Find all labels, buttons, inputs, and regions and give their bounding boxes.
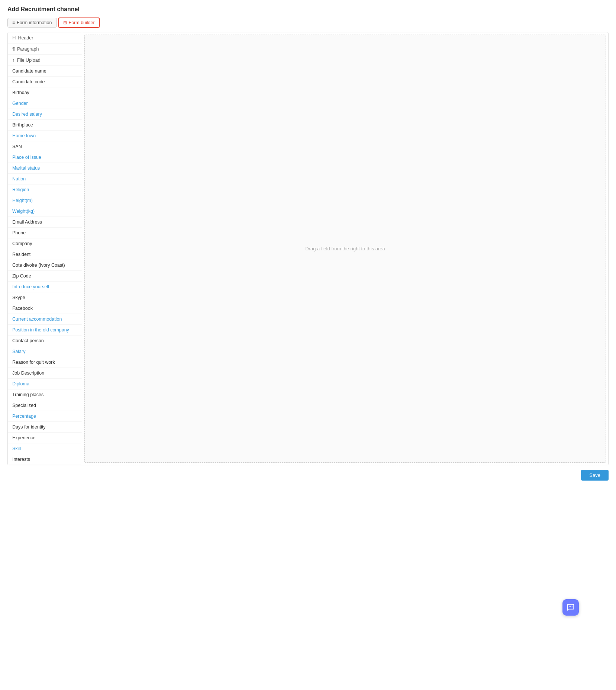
sidebar-item-days-for-identity[interactable]: Days for identity — [8, 422, 82, 433]
page-title: Add Recruitment channel — [7, 6, 609, 13]
salary-label: Salary — [12, 349, 25, 354]
sidebar-item-current-accommodation[interactable]: Current accommodation — [8, 314, 82, 325]
nation-label: Nation — [12, 176, 26, 182]
sidebar-item-phone[interactable]: Phone — [8, 228, 82, 238]
tab-form-information[interactable]: ≡ Form information — [7, 18, 57, 28]
sidebar-item-email-address[interactable]: Email Address — [8, 217, 82, 228]
position-old-company-label: Position in the old company — [12, 327, 69, 333]
training-places-label: Training places — [12, 392, 43, 397]
current-accommodation-label: Current accommodation — [12, 317, 62, 322]
gender-label: Gender — [12, 101, 28, 106]
sidebar-item-weight[interactable]: Weight(kg) — [8, 206, 82, 217]
skill-label: Skill — [12, 446, 21, 451]
email-address-label: Email Address — [12, 219, 42, 225]
desired-salary-label: Desired salary — [12, 112, 42, 117]
main-layout: H Header ¶ Paragraph ↑ File Upload Candi… — [7, 32, 609, 465]
weight-label: Weight(kg) — [12, 209, 35, 214]
sidebar-item-marital-status[interactable]: Marital status — [8, 163, 82, 174]
experience-label: Experience — [12, 435, 36, 440]
form-builder-icon: ⊞ — [63, 20, 67, 25]
drop-area[interactable]: Drag a field from the right to this area — [84, 35, 606, 463]
sidebar-item-introduce-yourself[interactable]: Introduce yourself — [8, 282, 82, 292]
sidebar-item-company[interactable]: Company — [8, 238, 82, 249]
sidebar-item-place-of-issue[interactable]: Place of issue — [8, 152, 82, 163]
candidate-code-label: Candidate code — [12, 79, 45, 84]
sidebar-item-san[interactable]: SAN — [8, 141, 82, 152]
specialized-label: Specialized — [12, 403, 36, 408]
diploma-label: Diploma — [12, 381, 29, 386]
facebook-label: Facebook — [12, 306, 33, 311]
percentage-label: Percentage — [12, 414, 36, 419]
sidebar-item-home-town[interactable]: Home town — [8, 131, 82, 141]
introduce-yourself-label: Introduce yourself — [12, 284, 49, 289]
sidebar-item-interests[interactable]: Interests — [8, 454, 82, 465]
sidebar-item-cote-divoire[interactable]: Cote divoire (Ivory Coast) — [8, 260, 82, 271]
sidebar-item-job-description[interactable]: Job Description — [8, 368, 82, 379]
sidebar-item-specialized[interactable]: Specialized — [8, 400, 82, 411]
tab-form-builder-label: Form builder — [69, 20, 95, 25]
zip-code-label: Zip Code — [12, 273, 31, 279]
chat-icon — [567, 603, 575, 612]
sidebar-item-birthday[interactable]: Birthday — [8, 87, 82, 98]
sidebar-item-desired-salary[interactable]: Desired salary — [8, 109, 82, 120]
sidebar-item-experience[interactable]: Experience — [8, 433, 82, 443]
sidebar-header-label: Header — [18, 35, 33, 41]
sidebar: H Header ¶ Paragraph ↑ File Upload Candi… — [8, 32, 82, 465]
company-label: Company — [12, 241, 32, 246]
sidebar-item-diploma[interactable]: Diploma — [8, 379, 82, 389]
paragraph-icon: ¶ — [12, 46, 15, 52]
marital-status-label: Marital status — [12, 166, 40, 171]
days-for-identity-label: Days for identity — [12, 424, 46, 430]
sidebar-item-reason-quit-work[interactable]: Reason for quit work — [8, 357, 82, 368]
sidebar-item-position-old-company[interactable]: Position in the old company — [8, 325, 82, 336]
sidebar-file-upload-label: File Upload — [17, 58, 41, 63]
san-label: SAN — [12, 144, 22, 149]
tabs-row: ≡ Form information ⊞ Form builder — [7, 18, 609, 28]
sidebar-item-skype[interactable]: Skype — [8, 292, 82, 303]
religion-label: Religion — [12, 187, 29, 192]
chat-fab-button[interactable] — [562, 599, 579, 616]
sidebar-item-skill[interactable]: Skill — [8, 443, 82, 454]
cote-divoire-label: Cote divoire (Ivory Coast) — [12, 263, 65, 268]
header-icon: H — [12, 35, 16, 41]
sidebar-item-zip-code[interactable]: Zip Code — [8, 271, 82, 282]
save-btn-container: Save — [7, 465, 609, 482]
sidebar-item-nation[interactable]: Nation — [8, 174, 82, 184]
sidebar-item-resident[interactable]: Resident — [8, 249, 82, 260]
sidebar-item-paragraph[interactable]: ¶ Paragraph — [8, 44, 82, 55]
candidate-name-label: Candidate name — [12, 68, 46, 74]
job-description-label: Job Description — [12, 370, 44, 376]
sidebar-paragraph-label: Paragraph — [17, 46, 39, 52]
birthplace-label: Birthplace — [12, 122, 33, 128]
sidebar-item-religion[interactable]: Religion — [8, 184, 82, 195]
sidebar-item-file-upload[interactable]: ↑ File Upload — [8, 55, 82, 66]
sidebar-item-gender[interactable]: Gender — [8, 98, 82, 109]
sidebar-item-candidate-name[interactable]: Candidate name — [8, 66, 82, 77]
interests-label: Interests — [12, 457, 30, 462]
tab-form-builder[interactable]: ⊞ Form builder — [58, 18, 100, 28]
skype-label: Skype — [12, 295, 25, 300]
phone-label: Phone — [12, 230, 26, 235]
form-information-icon: ≡ — [12, 20, 15, 25]
resident-label: Resident — [12, 252, 30, 257]
height-label: Height(m) — [12, 198, 33, 203]
save-button[interactable]: Save — [581, 470, 609, 481]
sidebar-item-percentage[interactable]: Percentage — [8, 411, 82, 422]
contact-person-label: Contact person — [12, 338, 44, 343]
birthday-label: Birthday — [12, 90, 29, 95]
home-town-label: Home town — [12, 133, 36, 138]
reason-quit-work-label: Reason for quit work — [12, 360, 55, 365]
sidebar-item-facebook[interactable]: Facebook — [8, 303, 82, 314]
sidebar-item-birthplace[interactable]: Birthplace — [8, 120, 82, 131]
sidebar-item-salary[interactable]: Salary — [8, 346, 82, 357]
sidebar-item-contact-person[interactable]: Contact person — [8, 336, 82, 346]
sidebar-item-candidate-code[interactable]: Candidate code — [8, 77, 82, 87]
file-upload-icon: ↑ — [12, 57, 15, 63]
sidebar-item-training-places[interactable]: Training places — [8, 389, 82, 400]
sidebar-item-header[interactable]: H Header — [8, 32, 82, 44]
tab-form-information-label: Form information — [17, 20, 52, 25]
place-of-issue-label: Place of issue — [12, 155, 41, 160]
sidebar-item-height[interactable]: Height(m) — [8, 195, 82, 206]
drop-area-hint: Drag a field from the right to this area — [305, 246, 385, 251]
page-container: Add Recruitment channel ≡ Form informati… — [0, 0, 616, 690]
